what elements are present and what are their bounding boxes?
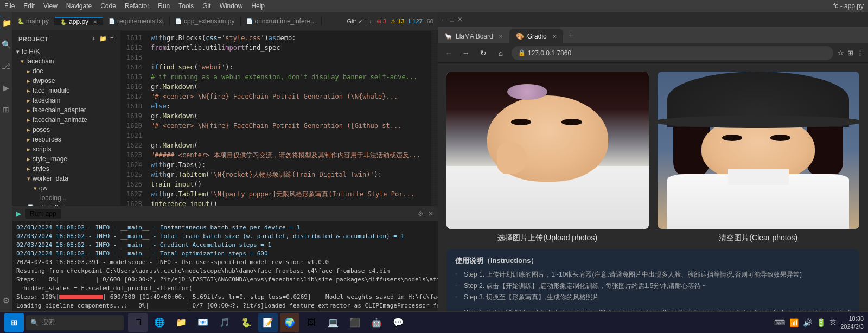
menu-edit[interactable]: Edit (23, 2, 35, 10)
tray-volume[interactable]: 🔊 (803, 318, 812, 327)
taskbar-search[interactable]: 🔍 搜索 (26, 315, 124, 330)
tree-worker-data[interactable]: ▾worker_data (12, 174, 120, 183)
run-icon: ▶ (16, 210, 21, 217)
tree-face-module[interactable]: ▸face_module (12, 86, 120, 95)
new-folder-icon[interactable]: 📁 (99, 35, 107, 42)
search-icon[interactable]: 🔍 (0, 38, 13, 51)
upload-photo-box (446, 72, 649, 229)
git-icon[interactable]: ⎇ (0, 60, 12, 73)
tray-ime[interactable]: 英 (830, 318, 836, 326)
menu-refactor[interactable]: Refactor (125, 2, 149, 10)
extensions-icon[interactable]: ⊞ (1, 103, 11, 116)
taskbar-app-ai[interactable]: 🤖 (367, 313, 386, 332)
code-content[interactable]: with gr.Blocks(css='style.css') as demo:… (146, 31, 431, 206)
tab-cppextension[interactable]: 📄 cpp_extension.py (170, 17, 240, 25)
menu-file[interactable]: File (4, 2, 15, 10)
tab-mainpy[interactable]: 🐍 main.py (12, 17, 55, 25)
term-line-9: Steps: 100%|| 600/600 [01:49<00:00, 5.69… (16, 293, 433, 302)
taskbar-app-vscode[interactable]: 📝 (258, 313, 278, 332)
tree-facechain-adapter[interactable]: ▸facechain_adapter (12, 105, 120, 115)
terminal-close-icon[interactable]: ✕ (428, 210, 433, 217)
taskbar-app-5[interactable]: 🎵 (215, 313, 234, 332)
start-button[interactable]: ⊞ (4, 313, 24, 332)
explorer-icon[interactable]: 📁 (0, 16, 14, 29)
new-tab-button[interactable]: + (563, 29, 579, 41)
taskbar-tray: ⌨ 📶 🔊 🔋 英 18:38 2024/2/3 (774, 315, 864, 330)
term-line-8: hidden_states = F.scaled_dot_product_att… (16, 284, 433, 293)
taskbar-app-2[interactable]: 🌐 (150, 313, 169, 332)
debug-icon[interactable]: ▶ (1, 81, 11, 94)
collapse-icon[interactable]: ≡ (110, 35, 114, 42)
tree-facechain2[interactable]: ▸facechain (12, 95, 120, 105)
tree-styles[interactable]: ▸styles (12, 164, 120, 174)
browser-tab-llamaboard[interactable]: 🦙 LlaMA Board ✕ (438, 29, 509, 43)
terminal-settings-icon[interactable]: ⚙ (418, 210, 424, 217)
tree-dwpose[interactable]: ▸dwpose (12, 76, 120, 86)
term-line-7: Steps: 0%| | 0/600 [00:00<?, ?it/s]D:\FA… (16, 276, 433, 284)
security-icon: 🔒 (518, 49, 526, 56)
tree-scripts[interactable]: ▸scripts (12, 144, 120, 154)
taskbar-app-chat[interactable]: 💬 (388, 313, 408, 332)
step-cn-1: Step 1. 上传计划训练的图片，1~10张头肩照(注意:请避免图片中出现多人… (455, 270, 851, 279)
extensions-browser-icon[interactable]: ⊞ (847, 49, 853, 57)
browser-tab-gradio[interactable]: 🎨 Gradio ✕ (509, 29, 563, 43)
run-label[interactable]: Run: app (25, 209, 61, 219)
taskbar-app-1[interactable]: 🖥 (128, 313, 148, 332)
tree-poses[interactable]: ▸poses (12, 125, 120, 135)
tray-battery[interactable]: 🔋 (816, 318, 826, 327)
term-line-4: 02/03/2024 18:08:02 - INFO - __main__ - … (16, 249, 433, 258)
menu-git[interactable]: Git (202, 2, 210, 10)
taskbar-app-4[interactable]: 📧 (193, 313, 213, 332)
tray-network[interactable]: 📶 (789, 318, 799, 327)
terminal-body[interactable]: 02/03/2024 18:08:02 - INFO - __main__ - … (12, 221, 438, 311)
taskbar-app-3[interactable]: 📁 (171, 313, 191, 332)
code-editor[interactable]: 1611 1612 1613 1614 1615 1616 1617 1618 … (120, 31, 438, 206)
clear-photo-label[interactable]: 清空图片(Clear photos) (658, 233, 860, 243)
line-numbers: 1611 1612 1613 1614 1615 1616 1617 1618 … (120, 31, 146, 206)
menu-view[interactable]: View (43, 2, 58, 10)
menu-tools[interactable]: Tools (178, 2, 194, 10)
menu-code[interactable]: Code (100, 2, 116, 10)
app-title: fc - app.py (833, 2, 864, 10)
tree-style-image[interactable]: ▸style_image (12, 154, 120, 164)
tray-keyboard[interactable]: ⌨ (774, 318, 785, 327)
menu-run[interactable]: Run (158, 2, 170, 10)
taskbar-apps: 🖥 🌐 📁 📧 🎵 🐍 📝 🌍 🖼 💻 ⬛ 🤖 💬 (128, 313, 408, 332)
home-button[interactable]: ⌂ (494, 49, 507, 57)
new-file-icon[interactable]: + (92, 35, 96, 42)
close-tab-gradio[interactable]: ✕ (552, 34, 557, 40)
tree-doc[interactable]: ▸doc (12, 66, 120, 76)
tab-apppy[interactable]: 🐍 app.py ✕ (55, 17, 103, 25)
close-tab-llamaboard[interactable]: ✕ (499, 34, 503, 40)
tab-requirementstxt[interactable]: 📄 requirements.txt (103, 17, 170, 25)
taskbar-app-ide[interactable]: 💻 (323, 313, 343, 332)
tree-resources[interactable]: ▸resources (12, 135, 120, 144)
menu-navigate[interactable]: Navigate (66, 2, 92, 10)
git-info: Git: ✓ ↑ ↓ (347, 18, 372, 25)
settings-icon[interactable]: ⚙ (1, 294, 12, 307)
ide-panel: 🐍 main.py 🐍 app.py ✕ 📄 requirements.txt … (12, 12, 438, 311)
menu-browser-icon[interactable]: ⋮ (857, 49, 864, 57)
taskbar-app-ps[interactable]: 🖼 (302, 313, 321, 332)
bookmark-icon[interactable]: ☆ (838, 49, 844, 57)
browser-minimize-icon[interactable]: ─ (442, 16, 447, 23)
upload-photo-label[interactable]: 选择图片上传(Upload photos) (446, 233, 649, 243)
taskbar-app-term[interactable]: ⬛ (345, 313, 365, 332)
browser-maximize-icon[interactable]: □ (450, 16, 454, 23)
taskbar-app-python[interactable]: 🐍 (237, 313, 256, 332)
browser-actions: ☆ ⊞ ⋮ (838, 49, 864, 57)
browser-close-icon[interactable]: ✕ (457, 16, 463, 23)
forward-button[interactable]: → (459, 49, 473, 57)
tree-facechain-folder[interactable]: ▾facechain (12, 56, 120, 66)
url-bar[interactable]: 🔒 127.0.0.1:7860 (512, 46, 833, 60)
tree-facechain-animate[interactable]: ▸facechain_animate (12, 115, 120, 125)
menu-help[interactable]: Help (251, 2, 265, 10)
tab-onnx[interactable]: 📄 onnxruntime_infere... (241, 17, 322, 25)
menu-window[interactable]: Window (220, 2, 243, 10)
taskbar-app-browser[interactable]: 🌍 (280, 313, 299, 332)
tree-root[interactable]: ▾fc-H/K (12, 47, 120, 56)
term-line-loading: Loading pipeline components...: 0%| | 0/… (16, 302, 433, 310)
tree-qw[interactable]: ▾qw (12, 183, 120, 193)
refresh-button[interactable]: ↻ (477, 49, 490, 57)
back-button[interactable]: ← (442, 49, 455, 57)
